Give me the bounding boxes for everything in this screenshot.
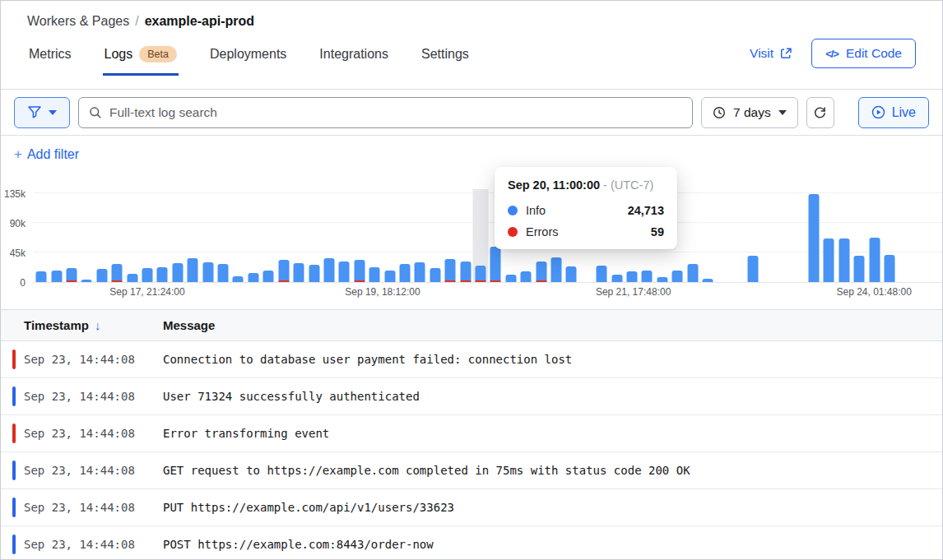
chart-bar-slot[interactable] [837,190,852,282]
x-tick-label: Sep 17, 21:24:00 [109,286,184,298]
time-range-dropdown[interactable]: 7 days [701,97,798,128]
chart-bar-slot[interactable] [731,190,746,282]
log-count-bar [597,266,607,282]
log-count-bar [142,268,153,282]
log-count-bar [36,271,47,282]
tooltip-title: Sep 20, 11:00:00 - (UTC-7) [508,178,664,192]
table-row[interactable]: Sep 23, 14:44:08POST https://example.com… [1,526,942,560]
time-range-label: 7 days [733,105,771,120]
log-count-bar [278,260,289,283]
edit-code-label: Edit Code [846,46,902,61]
chart-bar-slot[interactable] [700,190,715,282]
chart-bar-slot[interactable] [246,190,261,282]
chart-bar-slot[interactable] [322,190,337,282]
log-count-bar [566,266,577,282]
error-segment [445,280,456,282]
add-filter-button[interactable]: + Add filter [14,146,79,163]
chevron-down-icon [778,110,787,115]
chart-bar-slot[interactable] [95,190,109,282]
tooltip-errors-value: 59 [651,225,664,238]
tab-logs[interactable]: LogsBeta [103,38,179,76]
tab-integrations[interactable]: Integrations [318,38,390,76]
chart-bar-slot[interactable] [458,190,472,282]
table-row[interactable]: Sep 23, 14:44:08PUT https://example.com/… [1,489,942,526]
table-row[interactable]: Sep 23, 14:44:08User 71324 successfully … [1,378,942,415]
tab-deployments[interactable]: Deployments [208,38,288,76]
chart-bar-slot[interactable] [34,190,49,282]
chart-bar-slot[interactable] [170,190,185,282]
chart-bar-slot[interactable] [124,190,139,282]
chart-bar-slot[interactable] [200,190,215,282]
chart-bar-slot[interactable] [367,190,382,282]
chart-bar-slot[interactable] [291,190,306,282]
chart-bar-slot[interactable] [352,190,367,282]
external-link-icon [780,48,792,59]
search-input[interactable] [109,105,682,120]
log-timestamp: Sep 23, 14:44:08 [16,464,163,477]
tab-bar: MetricsLogsBetaDeploymentsIntegrationsSe… [27,38,471,76]
chart-bar-slot[interactable] [685,190,699,282]
chart-bar-slot[interactable] [715,190,730,282]
log-count-bar [294,263,304,282]
error-segment [278,280,289,282]
chart-bar-slot[interactable] [806,190,821,282]
tab-settings[interactable]: Settings [420,38,471,76]
chart-bar-slot[interactable] [913,190,927,282]
visit-link[interactable]: Visit [750,46,792,61]
tab-label: Deployments [210,47,286,62]
breadcrumb-section[interactable]: Workers & Pages [27,14,129,28]
chart-bar-slot[interactable] [155,190,170,282]
chart-bar-slot[interactable] [761,190,776,282]
filter-dropdown-button[interactable] [14,97,70,128]
log-count-bar [415,262,425,282]
log-count-bar [838,238,849,282]
refresh-button[interactable] [806,97,834,128]
code-icon: </> [825,48,838,60]
table-row[interactable]: Sep 23, 14:44:08GET request to https://e… [1,452,942,489]
chart-bar-slot[interactable] [337,190,351,282]
chart-bar-slot[interactable] [791,190,806,282]
chart-bar-slot[interactable] [852,190,866,282]
table-row[interactable]: Sep 23, 14:44:08Connection to database u… [1,341,942,378]
chart-bar-slot[interactable] [140,190,155,282]
chart-bar-slot[interactable] [109,190,124,282]
tab-metrics[interactable]: Metrics [27,38,73,76]
edit-code-button[interactable]: </> Edit Code [811,39,916,68]
table-row[interactable]: Sep 23, 14:44:08Error transforming event [1,415,942,452]
log-count-bar [460,261,471,282]
x-tick-label: Sep 19, 18:12:00 [345,286,420,298]
chart-bar-slot[interactable] [897,190,912,282]
chart-bar-slot[interactable] [382,190,397,282]
chart-bar-slot[interactable] [882,190,897,282]
chart-bar-slot[interactable] [397,190,412,282]
chart-bar-slot[interactable] [230,190,245,282]
chart-bar-slot[interactable] [79,190,94,282]
chart-bar-slot[interactable] [306,190,321,282]
live-button[interactable]: Live [858,97,929,128]
chart-bar-slot[interactable] [49,190,63,282]
log-count-bar [657,277,667,282]
chart-bar-slot[interactable] [927,190,942,282]
chart-bar-slot[interactable] [428,190,443,282]
chart-bar-slot[interactable] [185,190,200,282]
add-filter-row: + Add filter [1,136,942,174]
chart-bar-slot[interactable] [746,190,760,282]
chart-bar-slot[interactable] [866,190,881,282]
chart-bar-slot[interactable] [216,190,230,282]
chart-bar-slot[interactable] [443,190,458,282]
chart-bar-slot[interactable] [821,190,836,282]
chart-bar-slot[interactable] [473,190,488,282]
error-segment [490,280,501,282]
funnel-icon [28,106,41,118]
page-header: Workers & Pages/example-api-prod Metrics… [1,1,942,90]
log-count-bar [475,266,485,282]
chart-bar-slot[interactable] [412,190,427,282]
chart-bar-slot[interactable] [776,190,791,282]
chart-tooltip: Sep 20, 11:00:00 - (UTC-7) Info 24,713 E… [495,167,677,249]
chart-bar-slot[interactable] [276,190,291,282]
chart-bar-slot[interactable] [64,190,79,282]
log-message: Error transforming event [163,427,942,440]
log-count-bar [233,276,244,282]
chart-bar-slot[interactable] [261,190,276,282]
timestamp-column-header[interactable]: Timestamp ↓ [1,318,163,332]
